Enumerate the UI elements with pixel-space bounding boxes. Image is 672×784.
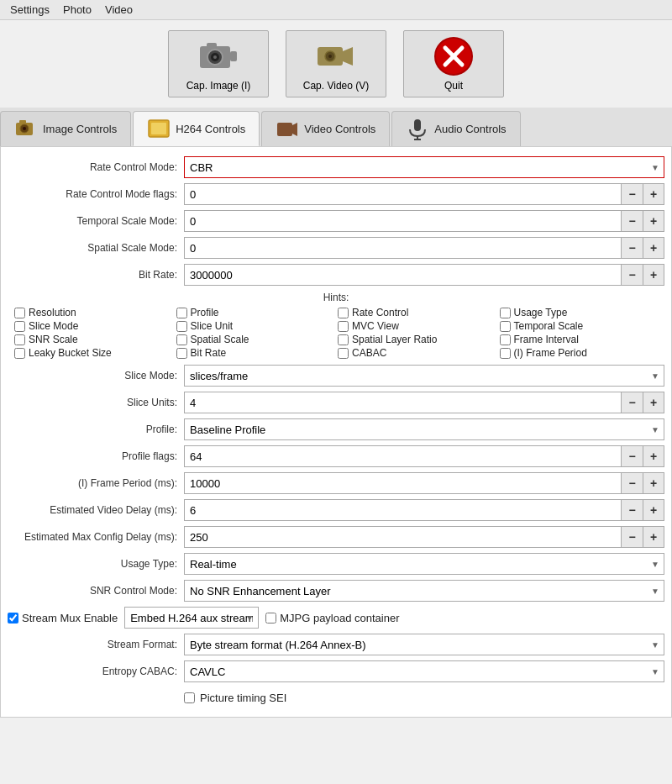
quit-button[interactable]: Quit	[403, 30, 504, 97]
usage-type-row: Usage Type: Real-timeNon-real-timeBuffer…	[1, 550, 671, 577]
hint-spatial-layer-ratio-checkbox[interactable]	[338, 334, 349, 345]
menu-photo[interactable]: Photo	[56, 2, 98, 18]
stream-mux-aux-select[interactable]: Embed H.264 aux streamNo aux stream	[124, 607, 259, 629]
bit-rate-input[interactable]	[184, 264, 621, 286]
i-frame-period-input[interactable]	[184, 472, 621, 494]
hint-temporal-scale-checkbox[interactable]	[500, 321, 511, 332]
stream-format-label: Stream Format:	[8, 639, 184, 650]
hint-spatial-layer-ratio[interactable]: Spatial Layer Ratio	[338, 334, 496, 345]
slice-units-minus[interactable]: −	[621, 392, 643, 413]
hint-spatial-scale[interactable]: Spatial Scale	[176, 334, 335, 345]
temporal-scale-mode-plus[interactable]: +	[643, 210, 664, 232]
picture-timing-checkbox[interactable]	[184, 692, 195, 703]
svg-point-9	[328, 55, 332, 58]
hint-resolution-checkbox[interactable]	[14, 308, 25, 318]
profile-flags-minus[interactable]: −	[621, 445, 643, 467]
estimated-video-delay-input[interactable]	[184, 499, 621, 521]
tab-h264-controls[interactable]: H264 Controls	[133, 111, 260, 146]
hint-spatial-scale-checkbox[interactable]	[176, 334, 187, 345]
cap-video-label: Cap. Video (V)	[303, 80, 370, 92]
profile-flags-plus[interactable]: +	[643, 445, 664, 467]
hint-temporal-scale[interactable]: Temporal Scale	[500, 320, 659, 332]
i-frame-period-plus[interactable]: +	[643, 472, 664, 494]
rate-control-flags-minus[interactable]: −	[621, 183, 643, 205]
hint-slice-unit[interactable]: Slice Unit	[176, 320, 335, 332]
estimated-max-config-delay-plus[interactable]: +	[643, 526, 664, 548]
stream-mux-enable[interactable]: Stream Mux Enable	[8, 612, 118, 624]
menu-settings[interactable]: Settings	[3, 2, 56, 18]
profile-flags-input[interactable]	[184, 445, 621, 467]
estimated-video-delay-minus[interactable]: −	[621, 499, 643, 521]
slice-units-label: Slice Units:	[8, 397, 184, 408]
estimated-max-config-delay-minus[interactable]: −	[621, 526, 643, 548]
hint-snr-scale-checkbox[interactable]	[14, 334, 25, 345]
stream-mux-checkbox[interactable]	[8, 613, 18, 624]
bit-rate-minus[interactable]: −	[621, 264, 643, 286]
hint-usage-type-checkbox[interactable]	[500, 308, 511, 318]
slice-units-plus[interactable]: +	[643, 392, 664, 413]
slice-mode-row: Slice Mode: slices/frameslices/MBMB rows…	[1, 362, 671, 389]
rate-control-flags-input[interactable]	[184, 183, 621, 205]
hint-resolution[interactable]: Resolution	[14, 307, 173, 318]
hint-bit-rate[interactable]: Bit Rate	[176, 347, 335, 359]
temporal-scale-mode-minus[interactable]: −	[621, 210, 643, 232]
hint-usage-type[interactable]: Usage Type	[500, 307, 659, 318]
rate-control-flags-label: Rate Control Mode flags:	[8, 188, 184, 200]
rate-control-mode-select[interactable]: CBRVBRABRCQP	[184, 156, 664, 178]
hint-profile[interactable]: Profile	[176, 307, 335, 318]
svg-point-15	[23, 127, 26, 130]
slice-mode-select[interactable]: slices/frameslices/MBMB rows/sliceslices…	[184, 365, 664, 387]
spatial-scale-mode-minus[interactable]: −	[621, 237, 643, 259]
hint-cabac[interactable]: CABAC	[338, 347, 496, 359]
svg-rect-4	[207, 43, 217, 48]
estimated-video-delay-plus[interactable]: +	[643, 499, 664, 521]
hint-leaky-bucket-checkbox[interactable]	[14, 348, 25, 359]
hint-profile-checkbox[interactable]	[176, 308, 187, 318]
hint-slice-unit-checkbox[interactable]	[176, 321, 187, 332]
entropy-cabac-select[interactable]: CAVLCCABAC	[184, 660, 664, 682]
cap-video-button[interactable]: Cap. Video (V)	[286, 30, 386, 97]
picture-timing-label[interactable]: Picture timing SEI	[184, 692, 286, 704]
cap-image-button[interactable]: Cap. Image (I)	[168, 30, 269, 97]
h264-controls-icon	[147, 117, 171, 140]
mjpg-container[interactable]: MJPG payload container	[265, 612, 399, 624]
snr-control-mode-select[interactable]: No SNR Enhancement LayerSNR Quality Laye…	[184, 580, 664, 602]
hint-cabac-checkbox[interactable]	[338, 348, 349, 359]
tab-audio-controls[interactable]: Audio Controls	[391, 111, 520, 146]
profile-select[interactable]: Baseline ProfileMain ProfileHigh Profile	[184, 418, 664, 440]
menu-video[interactable]: Video	[98, 2, 139, 18]
hint-frame-interval[interactable]: Frame Interval	[500, 334, 659, 345]
snr-control-mode-label: SNR Control Mode:	[8, 585, 184, 597]
mjpg-checkbox[interactable]	[265, 613, 276, 624]
estimated-max-config-delay-input[interactable]	[184, 526, 621, 548]
profile-flags-label: Profile flags:	[8, 450, 184, 462]
hint-rate-control[interactable]: Rate Control	[338, 307, 496, 318]
hint-i-frame-period[interactable]: (I) Frame Period	[500, 347, 659, 359]
temporal-scale-mode-input[interactable]	[184, 210, 621, 232]
hint-slice-mode-checkbox[interactable]	[14, 321, 25, 332]
hint-mvc-view-checkbox[interactable]	[338, 321, 349, 332]
slice-units-input[interactable]	[184, 392, 621, 413]
hint-bit-rate-checkbox[interactable]	[176, 348, 187, 359]
tab-video-controls[interactable]: Video Controls	[261, 111, 390, 146]
tab-image-controls[interactable]: Image Controls	[0, 111, 131, 146]
spatial-scale-mode-plus[interactable]: +	[643, 237, 664, 259]
top-buttons: Cap. Image (I) Cap. Video (V) Quit	[0, 20, 672, 108]
hint-i-frame-period-checkbox[interactable]	[500, 348, 511, 359]
i-frame-period-minus[interactable]: −	[621, 472, 643, 494]
quit-label: Quit	[444, 80, 463, 92]
hint-slice-mode[interactable]: Slice Mode	[14, 320, 173, 332]
hint-frame-interval-checkbox[interactable]	[500, 334, 511, 345]
i-frame-period-row: (I) Frame Period (ms): − +	[1, 470, 671, 497]
usage-type-select[interactable]: Real-timeNon-real-timeBuffered-streaming	[184, 553, 664, 575]
temporal-scale-mode-stepper: − +	[184, 210, 664, 232]
estimated-max-config-delay-stepper: − +	[184, 526, 664, 548]
spatial-scale-mode-input[interactable]	[184, 237, 621, 259]
hint-rate-control-checkbox[interactable]	[338, 308, 349, 318]
hint-leaky-bucket[interactable]: Leaky Bucket Size	[14, 347, 173, 359]
hint-mvc-view[interactable]: MVC View	[338, 320, 496, 332]
rate-control-flags-plus[interactable]: +	[643, 183, 664, 205]
hint-snr-scale[interactable]: SNR Scale	[14, 334, 173, 345]
stream-format-select[interactable]: Byte stream format (H.264 Annex-B)AVCC f…	[184, 634, 664, 655]
bit-rate-plus[interactable]: +	[643, 264, 664, 286]
